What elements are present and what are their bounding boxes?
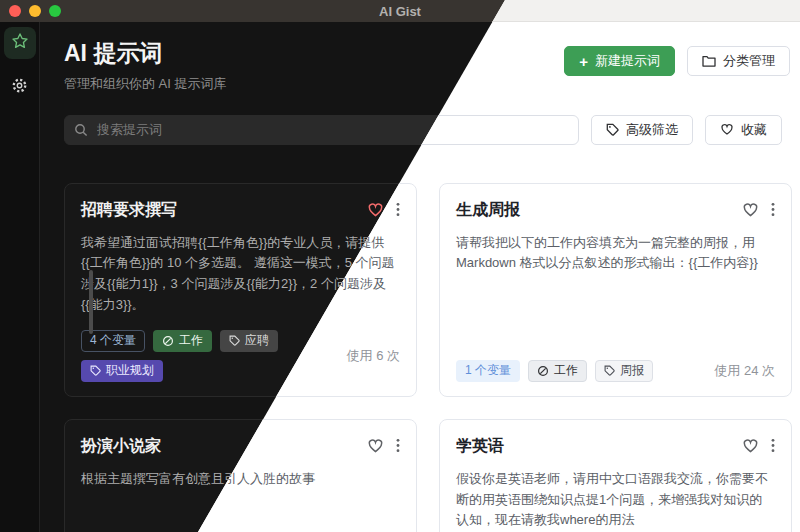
category-icon xyxy=(162,335,174,347)
tag-icon xyxy=(90,365,101,376)
prompt-card-tags: 1 个变量工作周报 xyxy=(456,360,653,382)
prompt-card-title: 招聘要求撰写 xyxy=(81,200,177,221)
tag-tag-badge[interactable]: 应聘 xyxy=(220,330,278,352)
kebab-menu-button[interactable] xyxy=(771,202,775,217)
star-icon xyxy=(11,32,29,54)
tag-category-badge[interactable]: 工作 xyxy=(153,330,212,352)
new-prompt-label: 新建提示词 xyxy=(595,52,660,70)
prompt-card-title: 生成周报 xyxy=(456,200,520,221)
plus-icon: + xyxy=(579,54,588,69)
prompt-card-description: 假设你是英语老师，请用中文口语跟我交流，你需要不断的用英语围绕知识点提1个问题，… xyxy=(456,469,775,531)
prompt-card-description: 请帮我把以下的工作内容填充为一篇完整的周报，用 Markdown 格式以分点叙述… xyxy=(456,233,775,275)
usage-count: 使用 24 次 xyxy=(714,362,775,380)
favorite-heart-button[interactable] xyxy=(742,438,759,454)
prompt-card[interactable]: 学英语 假设你是英语老师，请用中文口语跟我交流，你需要不断的用英语围绕知识点提1… xyxy=(439,419,792,532)
category-icon xyxy=(537,365,549,377)
search-icon xyxy=(74,123,88,141)
zoom-window-button[interactable] xyxy=(49,5,61,17)
tag-icon xyxy=(606,123,619,136)
favorites-filter-button[interactable]: 收藏 xyxy=(705,115,782,145)
prompt-card-title: 扮演小说家 xyxy=(81,436,161,457)
minimize-window-button[interactable] xyxy=(29,5,41,17)
sidebar-item-settings[interactable] xyxy=(4,71,36,103)
favorite-heart-button[interactable] xyxy=(742,202,759,218)
sidebar-item-favorites[interactable] xyxy=(4,27,36,59)
favorite-heart-button[interactable] xyxy=(367,438,384,454)
prompt-card[interactable]: 生成周报 请帮我把以下的工作内容填充为一篇完整的周报，用 Markdown 格式… xyxy=(439,183,792,397)
sidebar xyxy=(0,22,40,532)
app-window: AI Gist AI 提示词 管理和组织你的 AI 提示词库 xyxy=(0,0,800,532)
close-window-button[interactable] xyxy=(9,5,21,17)
window-title: AI Gist xyxy=(379,4,421,19)
new-prompt-button[interactable]: + 新建提示词 xyxy=(564,46,675,76)
kebab-menu-button[interactable] xyxy=(396,202,400,217)
folder-icon xyxy=(702,55,716,67)
tag-icon xyxy=(229,335,240,346)
tag-category-badge[interactable]: 工作 xyxy=(528,360,587,382)
scrollbar-thumb[interactable] xyxy=(89,270,93,334)
traffic-lights xyxy=(9,5,61,17)
category-manage-button[interactable]: 分类管理 xyxy=(687,46,790,76)
advanced-filter-button[interactable]: 高级筛选 xyxy=(591,115,693,145)
category-manage-label: 分类管理 xyxy=(723,52,775,70)
favorites-filter-label: 收藏 xyxy=(741,121,767,139)
kebab-menu-button[interactable] xyxy=(771,438,775,453)
tag-tag-badge[interactable]: 周报 xyxy=(595,360,653,382)
page-subtitle: 管理和组织你的 AI 提示词库 xyxy=(64,75,227,93)
prompt-card-title: 学英语 xyxy=(456,436,504,457)
tag-tag-badge[interactable]: 职业规划 xyxy=(81,360,163,382)
heart-icon xyxy=(720,123,734,136)
advanced-filter-label: 高级筛选 xyxy=(626,121,678,139)
tag-icon xyxy=(604,365,615,376)
usage-count: 使用 6 次 xyxy=(347,347,400,365)
kebab-menu-button[interactable] xyxy=(396,438,400,453)
page-title: AI 提示词 xyxy=(64,40,227,68)
variable-count-badge[interactable]: 1 个变量 xyxy=(456,360,520,382)
gear-icon xyxy=(11,77,28,98)
